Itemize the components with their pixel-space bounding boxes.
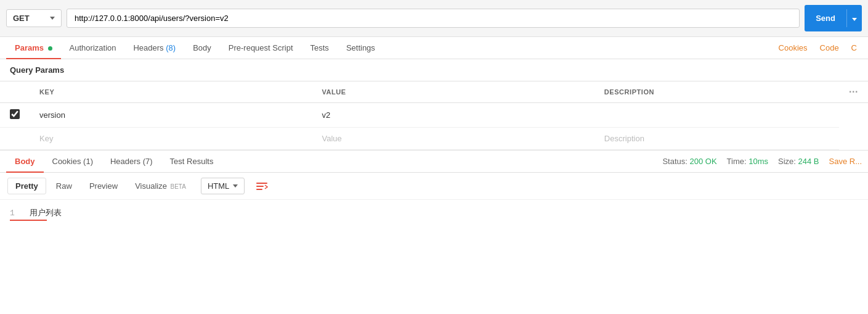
- row-value-value: v2: [322, 110, 331, 120]
- params-table: KEY VALUE DESCRIPTION ··· version v2: [0, 81, 868, 150]
- row-desc-cell: [594, 103, 839, 128]
- placeholder-value-text: Value: [322, 134, 342, 143]
- response-tab-headers[interactable]: Headers (7): [102, 151, 161, 172]
- code-link[interactable]: Code: [815, 37, 844, 59]
- code-line-1: 用户列表: [30, 209, 62, 218]
- size-value: 244 B: [798, 157, 819, 166]
- th-checkbox: [0, 81, 30, 103]
- format-chevron-icon: [233, 184, 238, 188]
- th-description: DESCRIPTION: [594, 81, 839, 103]
- placeholder-desc-cell[interactable]: Description: [594, 128, 839, 150]
- response-tab-test-results[interactable]: Test Results: [161, 151, 222, 172]
- red-underline-decoration: [10, 220, 47, 221]
- format-type-label: HTML: [208, 181, 229, 191]
- tab-authorization[interactable]: Authorization: [61, 37, 125, 59]
- svg-rect-2: [256, 189, 262, 190]
- format-tab-pretty[interactable]: Pretty: [7, 178, 46, 194]
- row-key-value: version: [39, 110, 65, 120]
- wrap-button[interactable]: [251, 179, 273, 194]
- code-area: 1 用户列表: [0, 200, 868, 228]
- response-tab-body[interactable]: Body: [6, 151, 44, 172]
- placeholder-key-cell[interactable]: Key: [30, 128, 312, 150]
- placeholder-checkbox-cell: [0, 128, 30, 150]
- size-label: Size: 244 B: [778, 157, 819, 166]
- query-params-header: Query Params: [0, 59, 868, 81]
- more-link[interactable]: C: [846, 37, 862, 59]
- send-label: Send: [805, 9, 846, 27]
- th-key: KEY: [30, 81, 312, 103]
- send-dropdown-icon[interactable]: [846, 9, 862, 27]
- wrap-icon: [256, 181, 268, 191]
- row-key-cell: version: [30, 103, 312, 128]
- method-chevron-icon: [50, 17, 55, 20]
- th-value: VALUE: [312, 81, 594, 103]
- format-tab-preview[interactable]: Preview: [82, 178, 125, 194]
- line-number: 1: [10, 209, 15, 218]
- method-label: GET: [13, 14, 30, 23]
- status-value: 200 OK: [690, 157, 717, 166]
- top-bar: GET Send: [0, 0, 868, 37]
- response-tabs: Body Cookies (1) Headers (7) Test Result…: [0, 151, 868, 173]
- tab-tests[interactable]: Tests: [302, 37, 338, 59]
- response-meta: Status: 200 OK Time: 10ms Size: 244 B Sa…: [662, 157, 862, 166]
- beta-badge: BETA: [171, 183, 186, 190]
- row-checkbox[interactable]: [10, 109, 20, 119]
- url-input[interactable]: [67, 9, 800, 28]
- tab-headers[interactable]: Headers (8): [124, 37, 184, 59]
- format-bar: Pretty Raw Preview Visualize BETA HTML: [0, 173, 868, 200]
- time-value: 10ms: [748, 157, 768, 166]
- cookies-link[interactable]: Cookies: [774, 37, 813, 59]
- format-tab-raw[interactable]: Raw: [49, 178, 79, 194]
- placeholder-value-cell[interactable]: Value: [312, 128, 594, 150]
- tab-prerequest[interactable]: Pre-request Script: [220, 37, 302, 59]
- save-response-link[interactable]: Save R...: [829, 157, 862, 166]
- more-actions-icon[interactable]: ···: [849, 86, 858, 97]
- format-tab-visualize[interactable]: Visualize BETA: [128, 178, 193, 194]
- row-value-cell: v2: [312, 103, 594, 128]
- svg-rect-1: [256, 186, 264, 187]
- table-row: version v2: [0, 103, 868, 128]
- tab-body[interactable]: Body: [184, 37, 220, 59]
- tab-params[interactable]: Params: [6, 37, 61, 59]
- format-type-selector[interactable]: HTML: [201, 178, 245, 194]
- status-label: Status: 200 OK: [662, 157, 716, 166]
- params-dot-icon: [48, 46, 52, 51]
- placeholder-desc-text: Description: [604, 134, 644, 143]
- send-button[interactable]: Send: [805, 5, 862, 31]
- method-selector[interactable]: GET: [6, 9, 62, 27]
- th-actions: ···: [839, 81, 868, 103]
- placeholder-row: Key Value Description: [0, 128, 868, 150]
- time-label: Time: 10ms: [727, 157, 768, 166]
- request-tabs: Params Authorization Headers (8) Body Pr…: [0, 37, 868, 59]
- row-checkbox-cell: [0, 103, 30, 128]
- tab-right-links: Cookies Code C: [774, 37, 862, 59]
- svg-rect-0: [256, 183, 267, 184]
- headers-badge: (8): [166, 43, 176, 52]
- response-tab-cookies[interactable]: Cookies (1): [44, 151, 102, 172]
- tab-settings[interactable]: Settings: [338, 37, 384, 59]
- placeholder-key-text: Key: [39, 134, 53, 143]
